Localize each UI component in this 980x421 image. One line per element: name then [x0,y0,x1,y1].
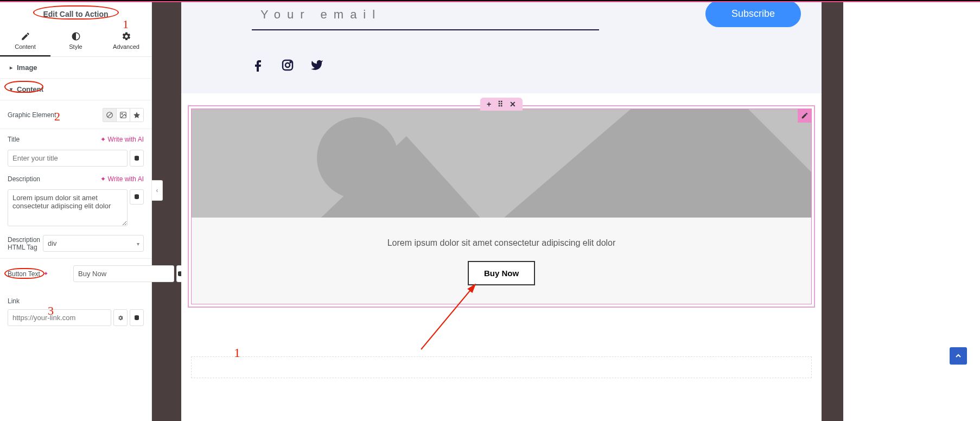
annotation-canvas-1: 1 [234,346,240,360]
widget-edit-button[interactable] [798,109,812,123]
graphic-icon-option[interactable] [130,108,144,122]
sparkle-icon: ✦ [100,136,106,143]
cta-widget[interactable]: 1 Lorem ipsum dolor sit amet consectetur… [188,105,815,308]
button-text-label: Button Text [8,270,40,278]
title-label: Title [8,136,20,143]
contrast-icon [71,31,81,41]
desc-dynamic-button[interactable] [130,189,144,205]
section-content[interactable]: ▾ Content [0,79,151,100]
database-icon [133,314,140,322]
graphic-element-label: Graphic Element [8,111,56,119]
sparkle-icon: ✦ [100,175,106,183]
email-input[interactable] [252,2,599,30]
sidebar-title: Edit Call to Action [0,2,151,27]
caret-down-icon: ▾ [10,86,12,92]
gear-icon [117,315,124,321]
newsletter-block: Subscribe [181,2,822,93]
right-gutter [822,2,843,421]
tab-style-label: Style [50,43,101,50]
none-icon [106,111,113,119]
link-input[interactable] [8,309,111,326]
image-icon [119,111,127,119]
buy-now-button[interactable]: Buy Now [468,261,535,285]
star-icon [133,111,141,119]
facebook-icon[interactable] [252,59,265,72]
empty-drop-zone[interactable] [191,356,812,378]
annotation-3: 3 [48,304,54,318]
database-icon [133,193,140,201]
link-settings-button[interactable] [113,309,128,326]
tab-content[interactable]: Content [0,27,50,56]
editor-sidebar: Edit Call to Action 1 Content Style Adva… [0,2,152,421]
button-text-input[interactable] [73,265,174,282]
widget-add-button[interactable]: + [487,100,491,109]
cta-widget-inner: 1 Lorem ipsum dolor sit amet consectetur… [191,109,812,304]
tab-advanced-label: Advanced [101,43,151,50]
svg-line-1 [107,113,112,117]
preview-canvas: Subscribe + ⠿ ✕ [181,2,822,421]
link-label: Link [8,297,144,305]
widget-close-button[interactable]: ✕ [510,100,516,109]
cta-placeholder-image [192,109,811,218]
graphic-image-option[interactable] [116,108,130,122]
svg-point-9 [285,63,290,67]
sparkle-mini-icon: ✦ [43,270,48,277]
placeholder-graphic [192,109,811,218]
section-image-label: Image [17,63,37,72]
social-icons [252,59,751,72]
tab-content-label: Content [0,43,50,50]
graphic-none-option[interactable] [103,108,117,122]
description-label: Description [8,175,40,183]
link-dynamic-button[interactable] [130,309,144,326]
sidebar-collapse-handle[interactable]: ‹ [152,180,163,201]
annotation-2: 2 [54,110,60,124]
cta-description: Lorem ipsum dolor sit amet consectetur a… [202,238,800,248]
desc-html-tag-label: Description HTML Tag [8,236,43,251]
twitter-icon[interactable] [310,59,323,72]
write-with-ai-desc[interactable]: ✦ Write with AI [100,175,144,183]
write-with-ai-title[interactable]: ✦ Write with AI [100,136,144,143]
cta-body: 1 Lorem ipsum dolor sit amet consectetur… [192,218,811,304]
chevron-up-icon [954,352,963,360]
graphic-element-toggle [103,108,144,122]
widget-toolbar: + ⠿ ✕ [480,98,523,111]
content-section-body: Graphic Element Title ✦ Write with AI [0,100,151,337]
description-textarea[interactable]: Lorem ipsum dolor sit amet consectetur a… [8,189,128,226]
title-dynamic-button[interactable] [130,150,144,167]
pencil-icon [801,112,809,119]
svg-point-10 [290,62,291,63]
tab-style[interactable]: Style [50,27,101,56]
widget-drag-handle[interactable]: ⠿ [498,100,503,109]
database-icon [133,155,140,162]
title-input[interactable] [8,150,128,167]
instagram-icon[interactable] [281,59,294,72]
desc-html-tag-select[interactable] [43,235,144,252]
gear-icon [122,31,131,41]
scroll-to-top-button[interactable] [950,347,967,365]
tab-advanced[interactable]: Advanced [101,27,151,56]
subscribe-button[interactable]: Subscribe [705,2,801,27]
section-content-label: Content [17,85,43,93]
cta-widget-wrap: + ⠿ ✕ 1 Lorem ipsum dolor s [188,105,815,308]
pencil-icon [21,31,30,41]
svg-point-3 [122,113,123,114]
caret-right-icon: ▸ [10,65,12,71]
sidebar-title-text: Edit Call to Action [43,10,108,18]
sidebar-tabs: Content Style Advanced [0,27,151,57]
section-image[interactable]: ▸ Image [0,57,151,79]
